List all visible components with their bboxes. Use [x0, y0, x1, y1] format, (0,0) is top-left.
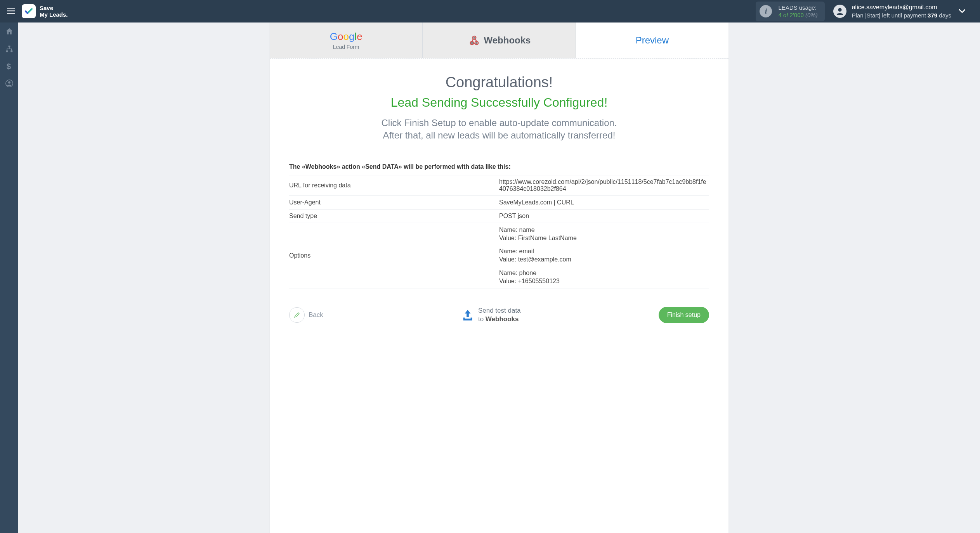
user-circle-icon [5, 80, 13, 87]
app-header: Save My Leads. i LEADS usage: 4 of 2'000… [0, 0, 980, 22]
content-area: Google Lead Form Webhooks Preview Congra… [18, 22, 980, 533]
plan-days-suffix: days [939, 12, 951, 19]
svg-rect-2 [6, 50, 8, 52]
menu-toggle[interactable] [0, 6, 22, 16]
webhooks-icon [468, 34, 481, 47]
row-value: POST json [499, 209, 709, 223]
finish-setup-button[interactable]: Finish setup [659, 307, 709, 323]
send-test-line1: Send test data [478, 306, 521, 315]
option-value: Value: FirstName LastName [499, 234, 709, 242]
row-value: https://www.corezoid.com/api/2/json/publ… [499, 175, 709, 196]
option-name: Name: email [499, 247, 709, 256]
svg-rect-14 [463, 317, 465, 319]
check-icon [24, 7, 33, 16]
tab-webhooks[interactable]: Webhooks [423, 22, 576, 58]
leads-usage-label: LEADS usage: [778, 4, 817, 12]
tabs: Google Lead Form Webhooks Preview [270, 22, 728, 59]
usage-percent: (0%) [805, 12, 818, 18]
tab-google-lead-form[interactable]: Google Lead Form [270, 22, 423, 58]
back-label: Back [309, 311, 323, 319]
instructions-line2: After that, all new leads will be automa… [289, 129, 709, 142]
option-block: Name: nameValue: FirstName LastName [499, 226, 709, 242]
row-label: URL for receiving data [289, 175, 499, 196]
user-icon [836, 7, 844, 16]
tab-preview-label: Preview [636, 35, 669, 46]
leads-usage-badge[interactable]: i LEADS usage: 4 of 2'000 (0%) [756, 2, 824, 21]
data-preview-table: URL for receiving datahttps://www.corezo… [289, 175, 709, 289]
send-test-line2: to Webhooks [478, 315, 521, 324]
home-icon [5, 28, 13, 35]
table-row: Send typePOST json [289, 209, 709, 223]
leads-usage-numbers: 4 of 2'000 (0%) [778, 11, 817, 19]
plan-name: Start [867, 12, 879, 19]
back-button[interactable]: Back [289, 307, 323, 323]
send-test-prefix: to [478, 315, 484, 323]
svg-rect-1 [8, 45, 10, 47]
info-icon: i [765, 7, 767, 16]
svg-point-12 [473, 37, 475, 39]
action-description: The «Webhooks» action «Send DATA» will b… [289, 163, 709, 175]
send-test-target: Webhooks [486, 315, 519, 323]
svg-point-11 [475, 42, 477, 44]
account-email: alice.savemyleads@gmail.com [852, 3, 951, 12]
brand-text: Save My Leads. [40, 5, 68, 18]
usage-count: 4 [778, 12, 781, 18]
option-name: Name: phone [499, 269, 709, 277]
sidebar-sitemap[interactable] [0, 40, 18, 57]
svg-point-0 [838, 8, 841, 12]
tab-preview[interactable]: Preview [576, 22, 728, 58]
tab-webhooks-label: Webhooks [484, 35, 531, 46]
row-label: Options [289, 223, 499, 289]
usage-max: 2'000 [790, 12, 804, 18]
option-value: Value: test@example.com [499, 256, 709, 264]
option-block: Name: emailValue: test@example.com [499, 247, 709, 264]
plan-suffix: | left until payment [879, 12, 926, 19]
tab-google-subtitle: Lead Form [333, 44, 359, 50]
svg-rect-3 [10, 50, 12, 52]
dollar-icon: $ [7, 62, 12, 71]
svg-rect-15 [470, 317, 472, 319]
logo[interactable] [22, 4, 36, 18]
plan-prefix: Plan | [852, 12, 867, 19]
success-message: Lead Sending Successfully Configured! [289, 95, 709, 110]
google-logo-text: Google [330, 31, 363, 43]
sidebar-billing[interactable]: $ [0, 57, 18, 75]
instructions-line1: Click Finish Setup to enable auto-update… [289, 117, 709, 129]
option-block: Name: phoneValue: +16505550123 [499, 269, 709, 286]
info-icon-circle: i [760, 5, 772, 17]
header-left: Save My Leads. [0, 4, 68, 18]
option-name: Name: name [499, 226, 709, 234]
table-row: User-AgentSaveMyLeads.com | CURL [289, 196, 709, 209]
usage-of: of [783, 12, 788, 18]
sidebar-account[interactable] [0, 75, 18, 92]
plan-days: 379 [928, 12, 937, 19]
plan-line: Plan |Start| left until payment 379 days [852, 12, 951, 19]
back-circle [289, 307, 305, 323]
table-row: URL for receiving datahttps://www.corezo… [289, 175, 709, 196]
card-body: Congratulations! Lead Sending Successful… [270, 59, 728, 343]
svg-text:$: $ [7, 62, 11, 71]
sidebar: $ [0, 22, 18, 533]
leads-usage-text: LEADS usage: 4 of 2'000 (0%) [778, 4, 817, 19]
brand-line2: My Leads. [40, 11, 68, 18]
hamburger-icon [7, 8, 15, 14]
row-label: User-Agent [289, 196, 499, 209]
svg-point-10 [471, 42, 473, 44]
sidebar-home[interactable] [0, 22, 18, 40]
account-block[interactable]: alice.savemyleads@gmail.com Plan |Start|… [833, 3, 973, 19]
row-value: Name: nameValue: FirstName LastNameName:… [499, 223, 709, 289]
upload-icon [461, 308, 474, 322]
footer-row: Back Send test data to Webhooks Finish s [289, 289, 709, 331]
main-layout: $ Google Lead Form Webhooks [0, 22, 980, 533]
chevron-down-icon [959, 9, 965, 13]
congratulations-heading: Congratulations! [289, 74, 709, 91]
table-row-options: OptionsName: nameValue: FirstName LastNa… [289, 223, 709, 289]
account-dropdown[interactable] [959, 8, 965, 15]
instructions: Click Finish Setup to enable auto-update… [289, 117, 709, 142]
send-test-text: Send test data to Webhooks [478, 306, 521, 324]
account-text: alice.savemyleads@gmail.com Plan |Start|… [852, 3, 951, 19]
row-label: Send type [289, 209, 499, 223]
sitemap-icon [5, 45, 13, 53]
send-test-button[interactable]: Send test data to Webhooks [461, 306, 521, 324]
svg-point-6 [8, 81, 10, 84]
